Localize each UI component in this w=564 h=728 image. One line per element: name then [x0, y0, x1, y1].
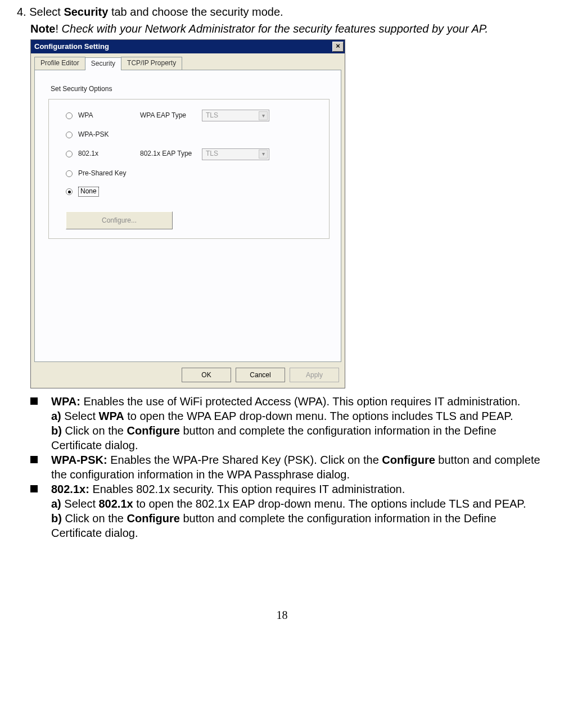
- radio-none[interactable]: [66, 188, 73, 195]
- radio-8021x[interactable]: [66, 151, 73, 157]
- ok-button[interactable]: OK: [182, 368, 231, 382]
- close-button[interactable]: ×: [332, 42, 344, 52]
- option-row-wpa: WPA WPA EAP Type TLS ▾: [66, 110, 323, 121]
- wpapsk-strong: Configure: [382, 454, 435, 466]
- chevron-down-icon: ▾: [259, 150, 268, 159]
- option-row-8021x: 802.1x 802.1x EAP Type TLS ▾: [66, 148, 323, 160]
- wpa-a-pre: Select: [61, 410, 99, 422]
- wpa-b-pre: Click on the: [62, 424, 127, 437]
- combo-wpa-value: TLS: [206, 111, 218, 120]
- dot1x-b-pre: Click on the: [62, 512, 127, 524]
- radio-wpapsk[interactable]: [66, 132, 73, 138]
- option-row-wpapsk: WPA-PSK: [66, 130, 323, 139]
- step-number: 4.: [17, 6, 26, 18]
- square-bullet-icon: [30, 456, 38, 463]
- dot1x-a-bold: a): [51, 498, 61, 510]
- wpapsk-heading: WPA-PSK:: [51, 454, 107, 466]
- step-4-note: Note! Check with your Network Administra…: [30, 21, 547, 36]
- dot1x-b-strong: Configure: [127, 512, 180, 524]
- step-text-prefix: Select: [29, 6, 64, 18]
- chevron-down-icon: ▾: [259, 111, 268, 120]
- wpa-a-bold: a): [51, 410, 61, 422]
- note-italic: Check with your Network Administrator fo…: [62, 22, 488, 35]
- wpa-a-post: to open the WPA EAP drop-down menu. The …: [124, 410, 513, 422]
- tab-security[interactable]: Security: [85, 57, 121, 70]
- dialog-footer: OK Cancel Apply: [31, 362, 345, 388]
- dialog-title: Configuration Setting: [34, 42, 109, 52]
- wpa-heading: WPA:: [51, 395, 80, 408]
- dot1x-a-pre: Select: [61, 498, 99, 510]
- radio-wpa[interactable]: [66, 112, 73, 119]
- combo-8021x-value: TLS: [206, 150, 218, 159]
- option-row-none: None: [66, 187, 323, 197]
- dot1x-a-post: to open the 802.1x EAP drop-down menu. T…: [133, 498, 526, 510]
- opt-label-psk: Pre-Shared Key: [78, 169, 126, 178]
- group-title: Set Security Options: [51, 85, 330, 94]
- tab-profile-editor[interactable]: Profile Editor: [34, 57, 85, 70]
- step-4-line-1: 4. Select Security tab and choose the se…: [17, 4, 547, 19]
- bullet-wpapsk: WPA-PSK: Enables the WPA-Pre Shared Key …: [30, 453, 547, 482]
- square-bullet-icon: [30, 485, 38, 492]
- wpapsk-pre: Enables the WPA-Pre Shared Key (PSK). Cl…: [107, 454, 382, 466]
- apply-button[interactable]: Apply: [290, 368, 339, 382]
- wpa-a-strong: WPA: [99, 410, 124, 422]
- dot1x-b-bold: b): [51, 512, 62, 524]
- configure-button[interactable]: Configure...: [66, 211, 173, 229]
- combo-8021x-eap[interactable]: TLS ▾: [202, 148, 269, 160]
- dialog-body: Profile Editor Security TCP/IP Property …: [31, 53, 345, 362]
- dot1x-text: Enables 802.1x security. This option req…: [89, 483, 405, 495]
- wpa-b-strong: Configure: [127, 424, 180, 437]
- bullet-8021x: 802.1x: Enables 802.1x security. This op…: [30, 482, 547, 540]
- opt-label-wpapsk: WPA-PSK: [78, 130, 134, 139]
- tab-strip: Profile Editor Security TCP/IP Property: [34, 57, 341, 70]
- dot1x-heading: 802.1x:: [51, 483, 89, 495]
- description-block: WPA: Enables the use of WiFi protected A…: [30, 394, 547, 540]
- opt-label-none: None: [78, 187, 99, 197]
- note-bold: Note: [30, 22, 55, 35]
- step-text-suffix: tab and choose the security mode.: [108, 6, 283, 18]
- opt-label-8021x: 802.1x: [78, 150, 134, 159]
- opt-label-wpa: WPA: [78, 111, 134, 120]
- eap-label-8021x: 802.1x EAP Type: [140, 150, 196, 159]
- config-dialog: Configuration Setting × Profile Editor S…: [30, 39, 345, 388]
- wpa-text: Enables the use of WiFi protected Access…: [80, 395, 521, 408]
- configure-wrap: Configure...: [66, 211, 323, 229]
- tab-panel-security: Set Security Options WPA WPA EAP Type TL…: [34, 70, 341, 362]
- wpa-b-bold: b): [51, 424, 62, 437]
- cancel-button[interactable]: Cancel: [236, 368, 285, 382]
- radio-psk[interactable]: [66, 170, 73, 177]
- security-options-group: WPA WPA EAP Type TLS ▾ WPA-PSK 802.1x 80…: [48, 99, 330, 239]
- combo-wpa-eap[interactable]: TLS ▾: [202, 110, 269, 121]
- tab-tcpip[interactable]: TCP/IP Property: [121, 57, 182, 70]
- square-bullet-icon: [30, 397, 38, 405]
- step-security-bold: Security: [64, 6, 108, 18]
- page-number: 18: [17, 608, 547, 622]
- note-excl: !: [55, 22, 61, 35]
- bullet-wpa: WPA: Enables the use of WiFi protected A…: [30, 394, 547, 453]
- eap-label-wpa: WPA EAP Type: [140, 111, 196, 120]
- dot1x-a-strong: 802.1x: [99, 498, 133, 510]
- titlebar: Configuration Setting ×: [31, 40, 345, 53]
- option-row-psk: Pre-Shared Key: [66, 169, 323, 178]
